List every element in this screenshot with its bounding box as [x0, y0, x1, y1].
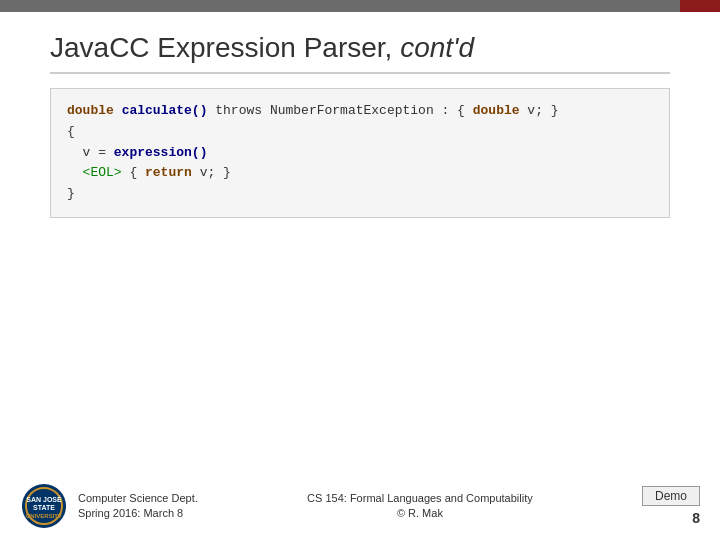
- svg-text:STATE: STATE: [33, 504, 55, 511]
- footer-dept-info: Computer Science Dept. Spring 2016: Marc…: [78, 491, 198, 522]
- footer: SAN JOSÉ STATE UNIVERSITY Computer Scien…: [0, 482, 720, 530]
- title-italic: cont'd: [400, 32, 474, 63]
- svg-text:UNIVERSITY: UNIVERSITY: [26, 513, 62, 519]
- dept-line2: Spring 2016: March 8: [78, 506, 198, 521]
- main-content: JavaCC Expression Parser, cont'd double …: [0, 12, 720, 218]
- top-bar-accent: [680, 0, 720, 12]
- code-line-1: double calculate() throws NumberFormatEx…: [67, 101, 653, 122]
- sjsu-logo: SAN JOSÉ STATE UNIVERSITY: [20, 482, 68, 530]
- footer-right: Demo 8: [642, 486, 700, 526]
- top-bar: [0, 0, 720, 12]
- code-line-4: <EOL> { return v; }: [67, 163, 653, 184]
- title-main: JavaCC Expression Parser,: [50, 32, 400, 63]
- course-line1: CS 154: Formal Languages and Computabili…: [198, 491, 642, 506]
- code-line-2: {: [67, 122, 653, 143]
- dept-line1: Computer Science Dept.: [78, 491, 198, 506]
- svg-text:SAN JOSÉ: SAN JOSÉ: [26, 495, 62, 503]
- code-line-5: }: [67, 184, 653, 205]
- code-line-3: v = expression(): [67, 143, 653, 164]
- course-line2: © R. Mak: [198, 506, 642, 521]
- slide-title: JavaCC Expression Parser, cont'd: [50, 32, 670, 74]
- code-box: double calculate() throws NumberFormatEx…: [50, 88, 670, 218]
- page-number: 8: [692, 510, 700, 526]
- demo-button[interactable]: Demo: [642, 486, 700, 506]
- footer-course-info: CS 154: Formal Languages and Computabili…: [198, 491, 642, 522]
